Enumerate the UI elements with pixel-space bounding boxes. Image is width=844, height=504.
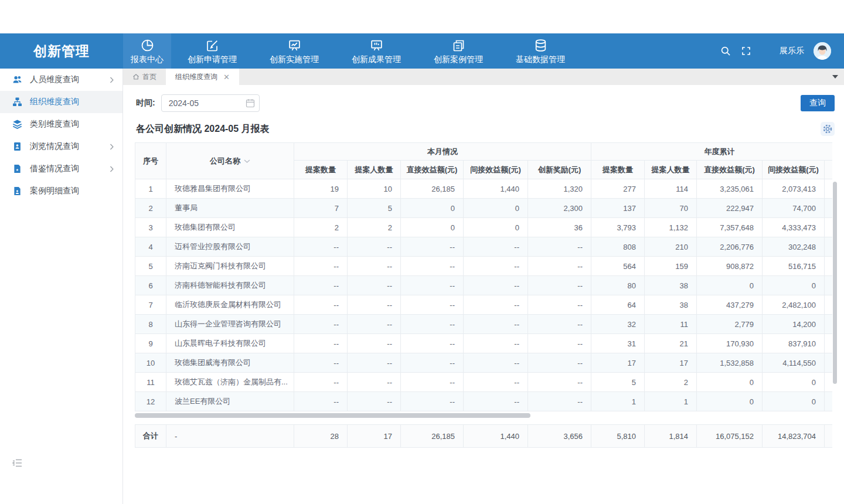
tab-label: 组织维度查询 <box>175 72 217 82</box>
chevron-right-icon <box>110 144 114 150</box>
time-filter-label: 时间: <box>136 98 155 108</box>
pie-chart-icon <box>140 38 155 53</box>
nav-label: 创新成果管理 <box>352 55 401 65</box>
col-year-indirect: 间接效益额(元) <box>763 161 825 179</box>
query-button[interactable]: 查询 <box>801 95 835 111</box>
doc-star-icon <box>12 164 22 173</box>
table-row: 6济南科德智能科技有限公司----------803800 <box>135 276 833 295</box>
nav-item-report-center[interactable]: 报表中心 <box>123 33 171 69</box>
app-title: 创新管理 <box>0 33 123 69</box>
main-content: 时间: 查询 各公司创新情况 2024-05 月报表 <box>124 85 844 504</box>
sidebar-item-browse-status[interactable]: 浏览情况查询 <box>0 135 122 158</box>
col-month-direct: 直接效益额(元) <box>401 161 464 179</box>
table-row: 5济南迈克阀门科技有限公司----------564159908,872516,… <box>135 257 833 276</box>
documents-icon <box>451 38 465 53</box>
fullscreen-icon[interactable] <box>741 46 751 56</box>
chevron-right-icon <box>110 166 114 172</box>
chevron-down-icon <box>244 156 250 165</box>
sidebar-item-label: 类别维度查询 <box>30 119 114 130</box>
time-input[interactable] <box>161 94 260 112</box>
total-row-body: 合计-281726,1851,4403,6565,8101,81416,075,… <box>135 425 833 448</box>
sidebar-item-org-dimension[interactable]: 组织维度查询 <box>0 91 122 113</box>
doc-person-icon <box>12 186 22 196</box>
board-bar-chart-icon <box>369 38 384 53</box>
calendar-icon[interactable] <box>246 98 255 110</box>
table-row: 1玫德雅昌集团有限公司191026,1851,4401,3202771143,2… <box>135 179 833 199</box>
group-year: 年度累计 <box>591 143 832 161</box>
table-header: 序号 公司名称 本月情况 年度累计 <box>135 143 833 179</box>
col-year-direct: 直接效益额(元) <box>697 161 763 179</box>
layers-icon <box>12 120 22 129</box>
table-row: 11玫德艾瓦兹（济南）金属制品有...----------5200 <box>135 373 833 392</box>
page: 创新管理 报表中心 创新申请管理 创新实施管理 <box>0 0 844 504</box>
sidebar-item-person-dimension[interactable]: 人员维度查询 <box>0 69 122 91</box>
total-row-table: 合计-281726,1851,4403,6565,8101,81416,075,… <box>135 424 832 448</box>
tab-bar: 首页 组织维度查询 ✕ <box>123 69 844 85</box>
horizontal-scrollbar <box>135 413 832 418</box>
sidebar: 人员维度查询 组织维度查询 类别维度查询 浏览情况查询 <box>0 69 123 504</box>
chevron-right-icon <box>110 77 114 83</box>
table-row: 3玫德集团有限公司2200363,7931,1327,357,6484,333,… <box>135 218 833 237</box>
table-row: 12波兰EE有限公司----------1100 <box>135 392 833 411</box>
database-icon <box>533 38 548 53</box>
col-month-proposals: 提案数量 <box>294 161 348 179</box>
edit-square-icon <box>205 38 219 53</box>
table-row: 10玫德集团威海有限公司----------17171,532,8584,114… <box>135 353 833 373</box>
board-line-chart-icon <box>287 38 302 53</box>
col-clipped <box>825 161 832 179</box>
nav-item-basic-data[interactable]: 基础数据管理 <box>499 33 581 69</box>
tab-org-dimension[interactable]: 组织维度查询 ✕ <box>166 69 239 85</box>
horizontal-scrollbar-thumb[interactable] <box>135 413 530 418</box>
tab-home[interactable]: 首页 <box>123 69 166 85</box>
col-month-proposers: 提案人数量 <box>348 161 401 179</box>
title-row: 各公司创新情况 2024-05 月报表 <box>136 122 835 136</box>
col-company[interactable]: 公司名称 <box>166 143 294 179</box>
table-row: 2董事局75002,30013770222,94774,700 <box>135 199 833 218</box>
org-tree-icon <box>12 97 22 107</box>
col-year-proposers: 提案人数量 <box>645 161 697 179</box>
sidebar-item-label: 借鉴情况查询 <box>30 164 110 174</box>
col-seq: 序号 <box>135 143 166 179</box>
settings-gear-icon[interactable] <box>821 122 835 136</box>
header-right: 展乐乐 <box>720 33 844 69</box>
sidebar-item-label: 人员维度查询 <box>30 74 110 85</box>
sidebar-item-category-dimension[interactable]: 类别维度查询 <box>0 113 122 135</box>
user-name[interactable]: 展乐乐 <box>780 46 804 56</box>
nav-label: 基础数据管理 <box>516 55 565 65</box>
nav-item-innovation-apply[interactable]: 创新申请管理 <box>171 33 253 69</box>
main-nav: 报表中心 创新申请管理 创新实施管理 创新成果管理 <box>123 33 581 69</box>
total-row: 合计-281726,1851,4403,6565,8101,81416,075,… <box>135 425 833 448</box>
time-picker <box>161 94 260 112</box>
nav-label: 报表中心 <box>131 55 164 65</box>
sidebar-collapse-icon[interactable] <box>12 458 22 470</box>
sidebar-item-label: 组织维度查询 <box>30 97 114 107</box>
nav-label: 创新申请管理 <box>188 55 237 65</box>
table-row: 8山东得一企业管理咨询有限公司----------32112,77914,200 <box>135 315 833 334</box>
group-month: 本月情况 <box>294 143 591 161</box>
vertical-scrollbar-thumb[interactable] <box>833 182 837 384</box>
sidebar-item-label: 案例明细查询 <box>30 186 114 196</box>
tab-menu-caret-icon[interactable] <box>832 75 838 79</box>
report-title: 各公司创新情况 2024-05 月报表 <box>136 123 270 135</box>
app-header: 创新管理 报表中心 创新申请管理 创新实施管理 <box>0 33 844 69</box>
sidebar-item-label: 浏览情况查询 <box>30 141 110 152</box>
filter-row: 时间: 查询 <box>136 94 835 112</box>
vertical-scrollbar <box>833 182 837 390</box>
nav-item-innovation-implement[interactable]: 创新实施管理 <box>253 33 335 69</box>
top-white-strip <box>0 0 844 33</box>
table-row: 7临沂玫德庚辰金属材料有限公司----------6438437,2792,48… <box>135 295 833 315</box>
people-icon <box>12 75 22 84</box>
col-year-proposals: 提案数量 <box>591 161 645 179</box>
close-icon[interactable]: ✕ <box>223 73 230 81</box>
col-month-award: 创新奖励(元) <box>528 161 591 179</box>
report-table: 序号 公司名称 本月情况 年度累计 <box>135 142 832 411</box>
col-month-indirect: 间接效益额(元) <box>464 161 528 179</box>
sidebar-item-reference-status[interactable]: 借鉴情况查询 <box>0 158 122 180</box>
nav-item-innovation-case[interactable]: 创新案例管理 <box>417 33 499 69</box>
search-icon[interactable] <box>720 45 731 57</box>
id-badge-icon <box>12 142 22 151</box>
sidebar-item-case-detail[interactable]: 案例明细查询 <box>0 180 122 202</box>
nav-item-innovation-achievement[interactable]: 创新成果管理 <box>335 33 417 69</box>
avatar[interactable] <box>814 42 831 60</box>
nav-label: 创新实施管理 <box>270 55 319 65</box>
